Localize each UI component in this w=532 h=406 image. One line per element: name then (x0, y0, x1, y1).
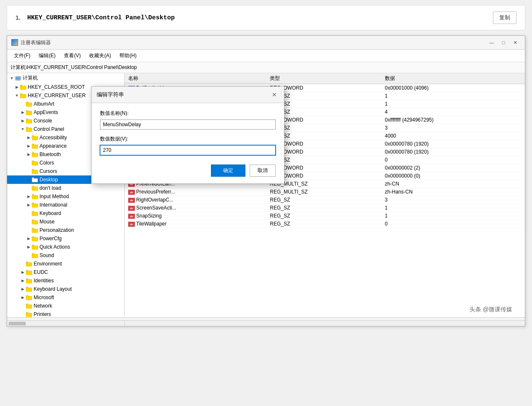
svg-rect-3 (20, 86, 26, 90)
folder-icon (26, 118, 32, 124)
menu-view[interactable]: 查看(V) (61, 51, 84, 61)
tree-label: 计算机 (23, 74, 38, 82)
minimize-button[interactable]: — (486, 38, 497, 47)
address-text: 计算机\HKEY_CURRENT_USER\Control Panel\Desk… (11, 64, 137, 70)
restore-button[interactable]: □ (498, 38, 509, 47)
table-row[interactable]: abTileWallpaperREG_SZ0 (125, 220, 525, 228)
edit-string-dialog: 编辑字符串 ✕ 数值名称(N): 数值数据(V): 确定 取消 (91, 86, 284, 184)
tree-item-powercfg[interactable]: ▶ PowerCfg (7, 234, 124, 243)
value-data-cell: 1 (382, 100, 525, 108)
registry-editor-window: 注册表编辑器 — □ ✕ 文件(F) 编辑(E) 查看(V) 收藏夹(A) 帮助… (7, 35, 525, 326)
name-input[interactable] (100, 119, 276, 130)
svg-rect-5 (20, 94, 26, 98)
tree-item-personalization[interactable]: ▶ Personalization (7, 226, 124, 234)
svg-rect-43 (32, 254, 38, 258)
tree-item-identities[interactable]: ▶ Identities (7, 276, 124, 285)
tree-item-eudc[interactable]: ▶ EUDC (7, 268, 124, 276)
value-data-cell: 0x00000780 (1920) (382, 148, 525, 156)
svg-rect-57 (26, 313, 32, 317)
value-name-cell: abRightOverlapC... (125, 196, 266, 204)
menu-file[interactable]: 文件(F) (11, 51, 34, 61)
folder-icon (26, 261, 32, 267)
tree-item-printers[interactable]: ▶ Printers (7, 310, 124, 317)
svg-rect-10 (26, 110, 28, 111)
svg-rect-16 (32, 135, 34, 137)
svg-rect-38 (32, 228, 34, 229)
dialog-close-button[interactable]: ✕ (270, 90, 279, 99)
tree-item-inputmethod[interactable]: ▶ Input Method (7, 192, 124, 201)
ok-button[interactable]: 确定 (211, 165, 245, 177)
tree-item-quickactions[interactable]: ▶ Quick Actions (7, 243, 124, 251)
copy-button[interactable]: 复制 (493, 11, 516, 24)
folder-icon (32, 143, 38, 149)
folder-icon (26, 101, 32, 107)
tree-item-dontload[interactable]: ▶ don't load (7, 184, 124, 192)
svg-rect-17 (32, 145, 38, 149)
tree-item-sound[interactable]: ▶ Sound (7, 251, 124, 260)
svg-rect-18 (32, 144, 34, 145)
folder-icon (20, 93, 26, 98)
menu-edit[interactable]: 编辑(E) (35, 51, 59, 61)
menu-favorites[interactable]: 收藏夹(A) (86, 51, 114, 61)
svg-rect-32 (32, 203, 34, 204)
close-button[interactable]: ✕ (510, 38, 521, 47)
table-row[interactable]: abSnapSizingREG_SZ1 (125, 212, 525, 220)
table-row[interactable]: abPreviousPreferr...REG_MULTI_SZzh-Hans-… (125, 188, 525, 196)
svg-rect-14 (26, 127, 28, 128)
sz-icon: ab (128, 214, 135, 219)
svg-rect-37 (32, 229, 38, 233)
tree-item-environment[interactable]: ▶ Environment (7, 260, 124, 268)
tree-item-international[interactable]: ▶ International (7, 201, 124, 209)
svg-rect-55 (26, 305, 32, 308)
tree-item-mouse[interactable]: ▶ Mouse (7, 218, 124, 226)
tree-item-computer[interactable]: ▼ 计算机 (7, 73, 124, 83)
folder-icon (32, 135, 38, 141)
value-type-cell: REG_SZ (266, 212, 382, 220)
svg-rect-51 (26, 288, 32, 292)
svg-rect-36 (32, 220, 34, 221)
value-data-cell: 1 (382, 204, 525, 212)
sz-icon: ab (128, 198, 135, 203)
horizontal-scrollbar[interactable] (7, 320, 525, 326)
folder-icon (32, 169, 38, 174)
folder-icon (20, 85, 26, 90)
tree-item-network[interactable]: ▶ Network (7, 302, 124, 310)
svg-rect-22 (32, 161, 34, 162)
folder-icon (32, 194, 38, 199)
svg-rect-45 (26, 263, 32, 266)
dialog-buttons: 确定 取消 (100, 165, 276, 177)
value-data-cell: zh-CN (382, 180, 525, 188)
menu-bar: 文件(F) 编辑(E) 查看(V) 收藏夹(A) 帮助(H) (7, 50, 525, 62)
svg-rect-9 (26, 111, 32, 115)
tree-item-keyboardlayout[interactable]: ▶ Keyboard Layout (7, 285, 124, 293)
tree-item-microsoft[interactable]: ▶ Microsoft (7, 293, 124, 302)
value-type-cell: REG_SZ (266, 196, 382, 204)
value-type-cell: REG_MULTI_SZ (266, 188, 382, 196)
menu-help[interactable]: 帮助(H) (116, 51, 140, 61)
dialog-body: 数值名称(N): 数值数据(V): 确定 取消 (92, 103, 284, 183)
value-data-cell: 1 (382, 92, 525, 100)
dialog-title: 编辑字符串 (97, 91, 124, 98)
cancel-button[interactable]: 取消 (250, 165, 276, 177)
folder-icon (32, 253, 38, 258)
col-header-type: 类型 (266, 73, 382, 84)
folder-icon (26, 312, 32, 317)
table-row[interactable]: abScreenSaveActi...REG_SZ1 (125, 204, 525, 212)
tree-item-keyboard[interactable]: ▶ Keyboard (7, 209, 124, 218)
svg-rect-1 (16, 77, 20, 80)
table-row[interactable]: abRightOverlapC...REG_SZ3 (125, 196, 525, 204)
data-input[interactable] (100, 145, 276, 155)
value-data-cell: 0 (382, 156, 525, 164)
svg-rect-42 (32, 245, 34, 246)
dialog-title-bar: 编辑字符串 ✕ (92, 87, 284, 103)
title-bar-left: 注册表编辑器 (11, 39, 51, 46)
value-data-cell: 4 (382, 108, 525, 116)
svg-rect-11 (26, 119, 32, 123)
top-code-block: 1. HKEY_CURRENT_USER\Control Panel\Deskt… (7, 5, 525, 30)
folder-icon (26, 127, 32, 132)
expand-icon: ▼ (9, 75, 15, 81)
svg-rect-13 (26, 128, 32, 132)
svg-rect-21 (32, 162, 38, 165)
value-data-cell: 4000 (382, 132, 525, 140)
value-type-cell: REG_SZ (266, 220, 382, 228)
